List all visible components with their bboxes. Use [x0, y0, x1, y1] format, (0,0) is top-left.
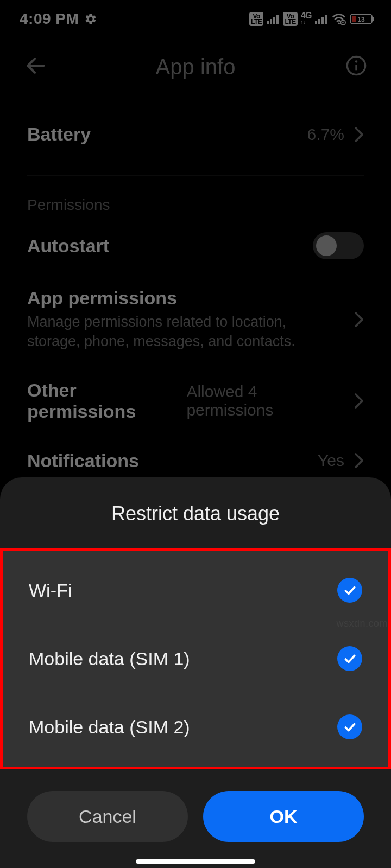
dialog-buttons: Cancel OK — [0, 769, 391, 868]
option-label: Mobile data (SIM 1) — [29, 648, 190, 669]
cancel-button[interactable]: Cancel — [27, 791, 188, 842]
restrict-data-usage-dialog: Restrict data usage Wi-Fi Mobile data (S… — [0, 477, 391, 868]
option-label: Mobile data (SIM 2) — [29, 717, 190, 738]
option-label: Wi-Fi — [29, 580, 72, 601]
dialog-options-highlight: Wi-Fi Mobile data (SIM 1) Mobile data (S… — [0, 548, 391, 769]
checkbox-checked-icon[interactable] — [337, 578, 362, 603]
checkbox-checked-icon[interactable] — [337, 646, 362, 671]
option-wifi[interactable]: Wi-Fi — [3, 556, 388, 624]
home-indicator[interactable] — [136, 859, 255, 864]
dialog-title: Restrict data usage — [0, 477, 391, 548]
watermark: wsxdn.com — [336, 618, 388, 629]
ok-button[interactable]: OK — [203, 791, 364, 842]
option-mobile-data-sim1[interactable]: Mobile data (SIM 1) — [3, 624, 388, 693]
checkbox-checked-icon[interactable] — [337, 714, 362, 739]
option-mobile-data-sim2[interactable]: Mobile data (SIM 2) — [3, 693, 388, 761]
